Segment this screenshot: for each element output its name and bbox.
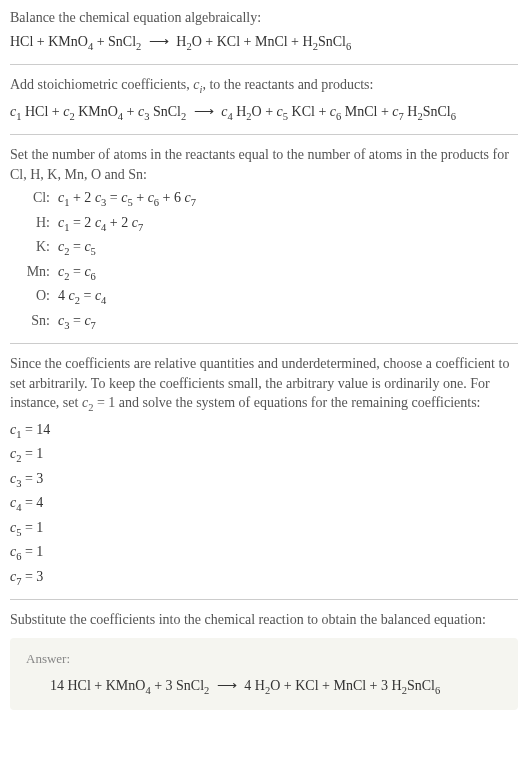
- coef-row: c7 = 3: [10, 567, 518, 589]
- coef-row: c6 = 1: [10, 542, 518, 564]
- atom-row: O: 4 c2 = c4: [18, 286, 518, 308]
- answer-equation: 14 HCl + KMnO4 + 3 SnCl2 ⟶ 4 H2O + KCl +…: [50, 676, 502, 698]
- step1-text: Add stoichiometric coefficients, ci, to …: [10, 75, 518, 97]
- atom-equation: 4 c2 = c4: [58, 286, 106, 308]
- coef-row: c4 = 4: [10, 493, 518, 515]
- intro-section: Balance the chemical equation algebraica…: [10, 8, 518, 54]
- step1-equation: c1 HCl + c2 KMnO4 + c3 SnCl2 ⟶ c4 H2O + …: [10, 102, 518, 124]
- atom-equation: c1 = 2 c4 + 2 c7: [58, 213, 143, 235]
- atom-row: K: c2 = c5: [18, 237, 518, 259]
- coef-row: c5 = 1: [10, 518, 518, 540]
- coefficient-list: c1 = 14 c2 = 1 c3 = 3 c4 = 4 c5 = 1 c6 =…: [10, 420, 518, 589]
- divider: [10, 599, 518, 600]
- atom-equation: c2 = c5: [58, 237, 96, 259]
- atom-row: H: c1 = 2 c4 + 2 c7: [18, 213, 518, 235]
- step1-section: Add stoichiometric coefficients, ci, to …: [10, 75, 518, 124]
- answer-box: Answer: 14 HCl + KMnO4 + 3 SnCl2 ⟶ 4 H2O…: [10, 638, 518, 711]
- atom-equation: c3 = c7: [58, 311, 96, 333]
- atom-row: Sn: c3 = c7: [18, 311, 518, 333]
- step2-text: Set the number of atoms in the reactants…: [10, 145, 518, 184]
- divider: [10, 343, 518, 344]
- atom-row: Cl: c1 + 2 c3 = c5 + c6 + 6 c7: [18, 188, 518, 210]
- atom-label: Cl:: [18, 188, 50, 208]
- atom-row: Mn: c2 = c6: [18, 262, 518, 284]
- coef-row: c1 = 14: [10, 420, 518, 442]
- step4-section: Substitute the coefficients into the che…: [10, 610, 518, 710]
- step3-text: Since the coefficients are relative quan…: [10, 354, 518, 416]
- atom-equation: c2 = c6: [58, 262, 96, 284]
- intro-text: Balance the chemical equation algebraica…: [10, 8, 518, 28]
- answer-label: Answer:: [26, 650, 502, 668]
- step3-section: Since the coefficients are relative quan…: [10, 354, 518, 589]
- coef-row: c3 = 3: [10, 469, 518, 491]
- atom-label: K:: [18, 237, 50, 257]
- intro-equation: HCl + KMnO4 + SnCl2 ⟶ H2O + KCl + MnCl +…: [10, 32, 518, 54]
- atom-label: H:: [18, 213, 50, 233]
- atom-label: O:: [18, 286, 50, 306]
- divider: [10, 64, 518, 65]
- coef-row: c2 = 1: [10, 444, 518, 466]
- step4-text: Substitute the coefficients into the che…: [10, 610, 518, 630]
- step2-section: Set the number of atoms in the reactants…: [10, 145, 518, 333]
- atom-label: Sn:: [18, 311, 50, 331]
- atom-table: Cl: c1 + 2 c3 = c5 + c6 + 6 c7 H: c1 = 2…: [18, 188, 518, 333]
- atom-equation: c1 + 2 c3 = c5 + c6 + 6 c7: [58, 188, 196, 210]
- atom-label: Mn:: [18, 262, 50, 282]
- divider: [10, 134, 518, 135]
